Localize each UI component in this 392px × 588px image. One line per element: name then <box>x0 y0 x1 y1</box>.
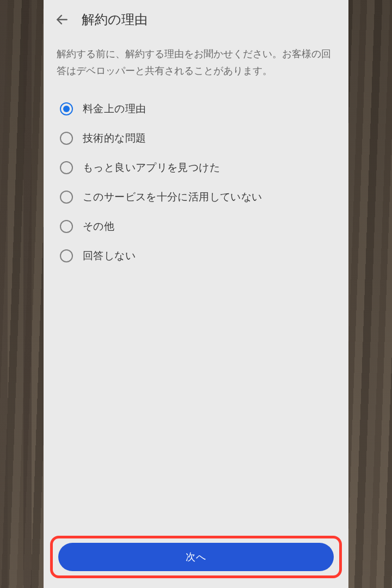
option-label: もっと良いアプリを見つけた <box>83 161 220 175</box>
dialog-description: 解約する前に、解約する理由をお聞かせください。お客様の回答はデベロッパーと共有さ… <box>57 46 335 79</box>
reason-option-technical[interactable]: 技術的な問題 <box>57 124 335 153</box>
reason-option-other[interactable]: その他 <box>57 212 335 241</box>
option-label: このサービスを十分に活用していない <box>83 190 262 204</box>
reason-option-found-better[interactable]: もっと良いアプリを見つけた <box>57 153 335 182</box>
option-label: その他 <box>83 219 114 234</box>
cancel-reason-dialog: 解約の理由 解約する前に、解約する理由をお聞かせください。お客様の回答はデベロッ… <box>44 0 348 588</box>
dialog-footer: 次へ <box>44 536 348 588</box>
dialog-body: 解約する前に、解約する理由をお聞かせください。お客様の回答はデベロッパーと共有さ… <box>44 35 348 536</box>
reason-option-underused[interactable]: このサービスを十分に活用していない <box>57 182 335 212</box>
radio-icon <box>60 249 73 262</box>
radio-icon <box>60 191 73 204</box>
reason-option-no-answer[interactable]: 回答しない <box>57 241 335 271</box>
back-arrow-icon[interactable] <box>54 12 70 27</box>
option-label: 料金上の理由 <box>83 102 146 116</box>
option-label: 回答しない <box>83 249 136 263</box>
radio-icon <box>60 220 73 233</box>
option-label: 技術的な問題 <box>83 131 146 145</box>
dialog-header: 解約の理由 <box>44 0 348 35</box>
annotation-highlight: 次へ <box>50 536 342 578</box>
radio-icon <box>60 132 73 145</box>
reason-options: 料金上の理由 技術的な問題 もっと良いアプリを見つけた このサービスを十分に活用… <box>57 94 335 271</box>
radio-icon <box>60 102 73 115</box>
radio-icon <box>60 161 73 174</box>
next-button[interactable]: 次へ <box>58 543 334 571</box>
reason-option-cost[interactable]: 料金上の理由 <box>57 94 335 124</box>
dialog-title: 解約の理由 <box>82 11 148 28</box>
